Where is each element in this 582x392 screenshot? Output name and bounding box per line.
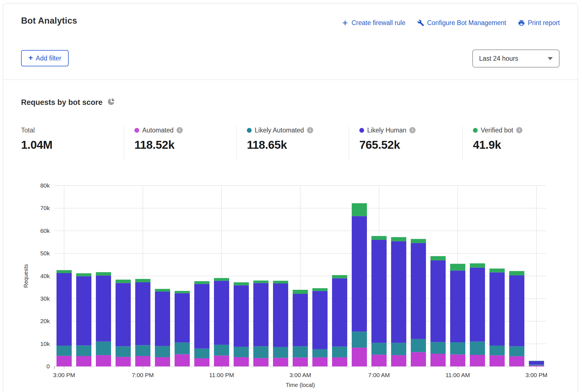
bar-segment[interactable] [312, 357, 328, 366]
bar-segment[interactable] [391, 343, 406, 355]
bar-segment[interactable] [57, 270, 72, 273]
bar-segment[interactable] [135, 356, 150, 366]
bar-segment[interactable] [509, 356, 524, 366]
bar-segment[interactable] [214, 345, 229, 356]
bar-segment[interactable] [371, 343, 387, 355]
print-report-link[interactable]: Print report [518, 19, 560, 27]
bar-segment[interactable] [352, 348, 367, 366]
bar-segment[interactable] [509, 275, 524, 346]
bar-segment[interactable] [155, 346, 170, 357]
bar-segment[interactable] [430, 342, 446, 354]
bar-segment[interactable] [411, 243, 426, 339]
bar-segment[interactable] [293, 294, 308, 346]
bar-segment[interactable] [253, 346, 269, 358]
bar-segment[interactable] [470, 263, 485, 267]
bar-segment[interactable] [489, 355, 505, 366]
bar-segment[interactable] [450, 342, 465, 354]
bar-segment[interactable] [352, 216, 367, 332]
bar-segment[interactable] [273, 347, 288, 358]
bar-segment[interactable] [175, 291, 190, 293]
bar-segment[interactable] [509, 346, 524, 356]
bar-segment[interactable] [253, 358, 269, 366]
bar-segment[interactable] [489, 269, 505, 272]
bar-segment[interactable] [352, 332, 367, 348]
bar-segment[interactable] [194, 284, 209, 349]
bar-segment[interactable] [135, 345, 150, 356]
bar-segment[interactable] [214, 355, 229, 366]
bar-segment[interactable] [273, 283, 288, 347]
bar-segment[interactable] [450, 271, 465, 342]
bar-segment[interactable] [234, 282, 249, 285]
bar-segment[interactable] [273, 358, 288, 366]
bar-segment[interactable] [371, 236, 387, 240]
info-icon[interactable]: i [177, 127, 183, 133]
bar-segment[interactable] [175, 343, 190, 354]
bar-segment[interactable] [253, 283, 269, 346]
bar-segment[interactable] [312, 288, 328, 291]
bar-segment[interactable] [135, 279, 150, 282]
bar-segment[interactable] [194, 349, 209, 359]
bar-segment[interactable] [175, 293, 190, 343]
bar-segment[interactable] [76, 356, 91, 366]
bar-segment[interactable] [234, 347, 249, 357]
bar-segment[interactable] [489, 272, 505, 346]
bar-segment[interactable] [76, 273, 91, 276]
bar-segment[interactable] [116, 357, 131, 366]
bar-segment[interactable] [76, 345, 91, 356]
bar-segment[interactable] [450, 354, 465, 366]
bar-segment[interactable] [411, 239, 426, 243]
bar-segment[interactable] [489, 346, 505, 355]
bar-segment[interactable] [411, 339, 426, 352]
info-icon[interactable]: i [409, 127, 416, 133]
bar-segment[interactable] [155, 289, 170, 292]
bar-segment[interactable] [116, 283, 131, 346]
bar-segment[interactable] [411, 352, 426, 366]
bar-segment[interactable] [450, 264, 465, 271]
bar-segment[interactable] [529, 366, 544, 366]
bar-segment[interactable] [96, 342, 111, 355]
bar-segment[interactable] [214, 281, 229, 344]
bar-segment[interactable] [371, 355, 387, 366]
bar-segment[interactable] [312, 349, 328, 357]
bar-segment[interactable] [175, 354, 190, 366]
bar-segment[interactable] [352, 203, 367, 216]
bar-segment[interactable] [391, 237, 406, 241]
bar-segment[interactable] [332, 275, 347, 278]
bar-segment[interactable] [470, 268, 485, 342]
bar-segment[interactable] [96, 276, 111, 342]
bar-segment[interactable] [234, 357, 249, 366]
bar-segment[interactable] [293, 290, 308, 294]
bar-segment[interactable] [529, 361, 544, 365]
create-firewall-rule-link[interactable]: Create firewall rule [342, 19, 405, 27]
bar-segment[interactable] [155, 292, 170, 346]
bar-segment[interactable] [273, 281, 288, 283]
bar-segment[interactable] [430, 354, 446, 366]
bar-segment[interactable] [509, 271, 524, 275]
bar-segment[interactable] [391, 355, 406, 366]
info-icon[interactable]: i [307, 127, 313, 133]
bar-segment[interactable] [194, 358, 209, 366]
bar-segment[interactable] [96, 355, 111, 366]
add-filter-button[interactable]: + Add filter [21, 50, 69, 66]
bar-segment[interactable] [57, 356, 72, 366]
bar-segment[interactable] [253, 281, 269, 283]
bar-segment[interactable] [96, 272, 111, 276]
bar-segment[interactable] [116, 346, 131, 357]
configure-bot-management-link[interactable]: Configure Bot Management [417, 19, 506, 27]
bar-segment[interactable] [371, 240, 387, 343]
bar-segment[interactable] [391, 241, 406, 343]
bar-segment[interactable] [57, 346, 72, 356]
bar-segment[interactable] [312, 291, 328, 349]
bar-segment[interactable] [470, 342, 485, 355]
bar-segment[interactable] [135, 282, 150, 345]
time-range-select[interactable]: Last 24 hours [472, 49, 560, 67]
bar-segment[interactable] [332, 346, 347, 357]
bar-segment[interactable] [470, 355, 485, 366]
bar-segment[interactable] [529, 365, 544, 366]
bar-segment[interactable] [194, 281, 209, 284]
info-icon[interactable]: i [516, 127, 522, 133]
bar-segment[interactable] [214, 278, 229, 281]
bar-segment[interactable] [76, 276, 91, 345]
bar-segment[interactable] [293, 358, 308, 366]
bar-segment[interactable] [234, 285, 249, 347]
